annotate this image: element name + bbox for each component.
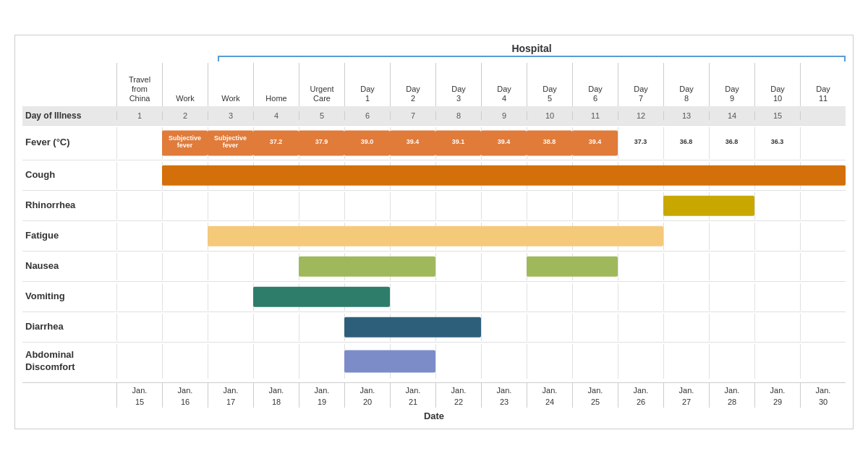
grid-cell-2-5 (344, 192, 390, 220)
fever-cell-6: 39.4 (390, 130, 435, 155)
grid-cell-2-0 (116, 192, 162, 220)
fever-cell-9: 38.8 (527, 130, 572, 155)
grid-cell-2-7 (435, 192, 481, 220)
bar-area-2 (116, 192, 846, 220)
grid-cell-3-14 (754, 223, 800, 250)
bar-area-5 (116, 283, 846, 311)
grid-cell-2-8 (481, 192, 527, 220)
fever-cell-1: Subjective fever (162, 130, 208, 155)
bar-area-3 (116, 223, 846, 250)
grid-cell-4-15 (800, 253, 846, 280)
illness-num-9: 10 (527, 111, 572, 120)
symptom-row-3: Fatigue (22, 220, 846, 251)
grid-cell-6-8 (481, 314, 527, 341)
fever-cell-7: 39.1 (435, 130, 481, 155)
symptom-label-6: Diarrhea (22, 318, 116, 336)
grid-cell-7-14 (754, 344, 800, 379)
grid-cell-7-3 (253, 344, 299, 379)
grid-cell-2-6 (390, 192, 435, 220)
grid-cell-3-0 (116, 223, 162, 250)
grid-cell-2-2 (208, 192, 253, 220)
grid-cell-5-6 (390, 283, 435, 311)
vomiting-bar (253, 286, 390, 307)
grid-cell-7-0 (116, 344, 162, 379)
fever-cell-8: 39.4 (481, 130, 527, 155)
grid-cell-3-12 (663, 223, 709, 250)
grid-cell-4-1 (162, 253, 208, 280)
grid-cell-5-1 (162, 283, 208, 311)
bar-area-4 (116, 253, 846, 280)
fever-cell-14: 36.3 (754, 130, 800, 155)
date-cell-3: Jan.18 (253, 383, 299, 408)
symptom-row-4: Nausea (22, 251, 846, 281)
col-header-8: Day4 (481, 63, 527, 106)
chart-container: Hospital TravelfromChinaWorkWorkHomeUrge… (14, 35, 854, 429)
grid-cell-4-14 (754, 253, 800, 280)
grid-cell-7-8 (481, 344, 527, 379)
grid-cell-5-11 (618, 283, 663, 311)
fever-cell-2: Subjective fever (208, 130, 253, 155)
grid-cell-2-15 (800, 192, 846, 220)
rhinorrhea-bar (663, 195, 754, 216)
grid-cell-3-15 (800, 223, 846, 250)
date-cell-13: Jan.28 (709, 383, 754, 408)
grid-cell-2-11 (618, 192, 663, 220)
grid-cell-5-10 (572, 283, 618, 311)
header-spacer (22, 63, 116, 106)
abdominal-bar (344, 350, 435, 372)
grid-cell-4-2 (208, 253, 253, 280)
fever-cell-4: 37.9 (299, 130, 344, 155)
diarrhea-bar (344, 317, 481, 338)
illness-num-0: 1 (116, 111, 162, 120)
fatigue-bar (208, 225, 663, 246)
date-cell-15: Jan.30 (800, 383, 846, 408)
grid-cell-4-0 (116, 253, 162, 280)
date-cell-11: Jan.26 (618, 383, 663, 408)
cough-bar (162, 165, 846, 186)
illness-row: Day of Illness 123456789101112131415 (22, 106, 846, 125)
grid-wrapper: TravelfromChinaWorkWorkHomeUrgentCareDay… (22, 63, 846, 106)
illness-num-5: 6 (344, 111, 390, 120)
illness-num-3: 4 (253, 111, 299, 120)
col-header-15: Day11 (800, 63, 846, 106)
header-row: TravelfromChinaWorkWorkHomeUrgentCareDay… (116, 63, 846, 106)
date-cell-9: Jan.24 (527, 383, 572, 408)
grid-cell-5-8 (481, 283, 527, 311)
grid-cell-7-13 (709, 344, 754, 379)
symptom-label-5: Vomiting (22, 288, 116, 306)
symptom-label-3: Fatigue (22, 227, 116, 245)
illness-num-15 (800, 111, 846, 120)
col-header-5: Day1 (344, 63, 390, 106)
date-cell-1: Jan.16 (162, 383, 208, 408)
illness-row-label: Day of Illness (22, 111, 116, 121)
grid-cell-3-1 (162, 223, 208, 250)
grid-cell-7-15 (800, 344, 846, 379)
symptom-row-6: Diarrhea (22, 312, 846, 342)
grid-cell-3-13 (709, 223, 754, 250)
symptom-row-5: Vomiting (22, 281, 846, 312)
grid-cell-7-9 (527, 344, 572, 379)
grid-cell-6-14 (754, 314, 800, 341)
illness-num-7: 8 (435, 111, 481, 120)
grid-cell-4-12 (663, 253, 709, 280)
symptom-row-2: Rhinorrhea (22, 190, 846, 220)
grid-cell-0-15 (800, 127, 846, 159)
grid-cell-6-12 (663, 314, 709, 341)
fever-cell-5: 39.0 (344, 130, 390, 155)
grid-cell-6-9 (527, 314, 572, 341)
date-cell-14: Jan.29 (754, 383, 800, 408)
col-header-0: TravelfromChina (116, 63, 162, 106)
grid-cell-6-13 (709, 314, 754, 341)
grid-cell-2-3 (253, 192, 299, 220)
grid-cell-6-10 (572, 314, 618, 341)
illness-num-14: 15 (754, 111, 800, 120)
grid-cell-6-3 (253, 314, 299, 341)
hospital-bracket (218, 56, 846, 61)
grid-cell-2-10 (572, 192, 618, 220)
grid-cell-5-7 (435, 283, 481, 311)
grid-cell-5-0 (116, 283, 162, 311)
grid-cell-5-12 (663, 283, 709, 311)
grid-cell-2-1 (162, 192, 208, 220)
illness-num-12: 13 (663, 111, 709, 120)
col-header-2: Work (208, 63, 253, 106)
